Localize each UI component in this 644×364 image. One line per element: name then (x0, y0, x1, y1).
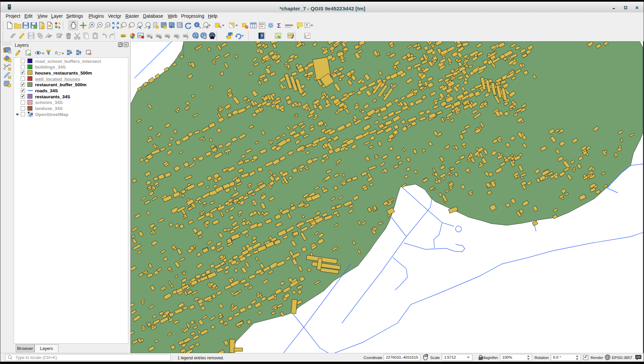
svg-text:T: T (306, 23, 308, 27)
svg-text:?: ? (261, 34, 263, 38)
svg-text:V: V (4, 64, 6, 67)
svg-text:a: a (58, 25, 60, 29)
svg-text:abc: abc (121, 34, 125, 37)
svg-text:ε: ε (55, 49, 57, 55)
svg-text:Q: Q (204, 36, 207, 39)
svg-text:i: i (196, 23, 197, 27)
svg-text:Σ: Σ (277, 22, 281, 29)
svg-text:ab: ab (147, 34, 150, 37)
svg-text:ab: ab (138, 34, 141, 37)
svg-text:1:1: 1:1 (107, 24, 110, 26)
